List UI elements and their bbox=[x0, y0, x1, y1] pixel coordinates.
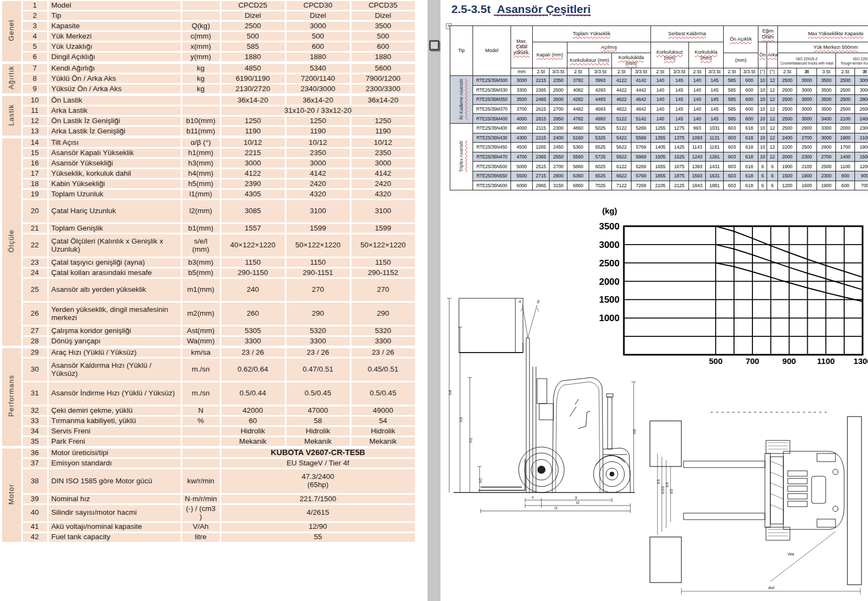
mast-value-cell: 5569 bbox=[631, 133, 651, 143]
mast-model-cell: RTE25/35M350 bbox=[473, 95, 511, 105]
mast-value-cell: 2500 bbox=[836, 95, 855, 105]
mast-value-cell: 6 bbox=[767, 171, 778, 181]
mast-value-cell: 2615 bbox=[533, 104, 550, 114]
spec-cell: Çatal Ölçüleri (Kalınlık x Genişlik x Uz… bbox=[48, 234, 181, 258]
spec-cell: Asansör Kaldırma Hızı (Yüklü / Yüksüz) bbox=[48, 358, 181, 382]
spec-cell: Fuel tank capacity bbox=[48, 532, 181, 542]
mast-value-cell: 1143 bbox=[689, 143, 706, 152]
mast-value-cell: 12 bbox=[767, 85, 778, 95]
unit-cell: 2.5t bbox=[567, 68, 589, 76]
mast-value-cell: 4860 bbox=[567, 123, 589, 133]
spec-cell: 1190 bbox=[350, 126, 416, 137]
spec-cell: (-) / (cm3 ) bbox=[181, 504, 220, 522]
mast-value-cell: 5122 bbox=[612, 123, 631, 133]
spec-row: 17Yükseklik, korkuluk dahilh4(mm)4122414… bbox=[2, 169, 416, 179]
spec-cell: 13 bbox=[22, 126, 48, 137]
mast-value-cell: 2700 bbox=[797, 133, 817, 143]
mast-value-cell: 2500 bbox=[836, 76, 855, 86]
spec-row: 22Çatal Ölçüleri (Kalınlık x Genişlik x … bbox=[2, 234, 416, 258]
spec-cell bbox=[181, 458, 220, 469]
mast-value-cell: 140 bbox=[689, 114, 706, 124]
mast-value-cell: 5000 bbox=[511, 162, 533, 171]
spec-cell: 47000 bbox=[285, 406, 350, 416]
splitter-handle-icon[interactable] bbox=[429, 40, 439, 50]
mast-value-cell: 5560 bbox=[567, 152, 589, 162]
mast-value-cell: 145 bbox=[670, 104, 689, 114]
spec-row: 19Toplam Uzunlukl1(mm)430543204320 bbox=[2, 189, 416, 200]
spec-cell: 50×122×1220 bbox=[350, 234, 416, 258]
spec-cell: N bbox=[181, 406, 220, 416]
mast-value-cell: 585 bbox=[724, 76, 741, 86]
mast-value-cell: 2450 bbox=[550, 143, 567, 152]
mast-value-cell: 700 bbox=[855, 181, 868, 190]
spec-cell: 3300 bbox=[220, 336, 285, 347]
mast-model-cell: RTE25/35N500 bbox=[473, 162, 511, 171]
mast-value-cell: 3000 bbox=[817, 133, 836, 143]
spec-cell: 24 bbox=[22, 268, 48, 278]
mast-value-cell: 1875 bbox=[670, 171, 689, 181]
spec-cell: α/β (°) bbox=[181, 138, 220, 148]
mast-value-cell: 3700 bbox=[511, 104, 533, 114]
mast-value-cell: 3500 bbox=[511, 95, 533, 105]
mast-value-cell: 6000 bbox=[511, 181, 533, 190]
spec-cell: 10 bbox=[22, 96, 48, 106]
svg-text:b1: b1 bbox=[656, 479, 661, 484]
mast-value-cell: 585 bbox=[724, 95, 741, 105]
spec-cell: 3000 bbox=[220, 158, 285, 169]
dimension-lines bbox=[658, 453, 860, 594]
mast-value-cell: 2400 bbox=[778, 133, 797, 143]
spec-cell: 500 bbox=[220, 31, 285, 42]
mast-value-cell: 2800 bbox=[855, 95, 868, 105]
spec-cell: 270 bbox=[285, 278, 350, 302]
mast-value-cell: 1500 bbox=[855, 152, 868, 162]
spec-cell: 37 bbox=[22, 458, 48, 469]
spec-cell: 600 bbox=[350, 42, 416, 52]
pallets bbox=[650, 421, 681, 583]
spec-cell: 0.5/0.45 bbox=[285, 382, 350, 406]
mast-value-cell: 1031 bbox=[706, 123, 724, 133]
mast-value-cell: 1200 bbox=[855, 162, 868, 171]
mast-value-cell: 2365 bbox=[533, 152, 550, 162]
unit-cell: 3t bbox=[855, 68, 868, 76]
mast-value-cell: 993 bbox=[689, 123, 706, 133]
mast-value-cell: 5025 bbox=[589, 123, 612, 133]
col-acilmis: Açılmış bbox=[567, 42, 651, 53]
page-splitter[interactable] bbox=[427, 0, 441, 601]
svg-text:l1: l1 bbox=[554, 506, 558, 510]
mast-value-cell: 1131 bbox=[706, 133, 724, 143]
spec-cell: Araç Hızı (Yüklü / Yüksüz) bbox=[48, 348, 181, 358]
document-viewer: Genel1ModelCPCD25CPCD30CPCD352TipDizelDi… bbox=[0, 0, 868, 601]
mast-value-cell: 2700 bbox=[550, 104, 567, 114]
unit-cell: 3t bbox=[797, 68, 817, 76]
spec-cell: 15 bbox=[22, 148, 48, 158]
spec-category-label: Performans bbox=[2, 348, 22, 447]
col-egim: Eğim Oranı bbox=[758, 26, 778, 42]
mast-value-cell: 800 bbox=[836, 171, 855, 181]
mast-value-cell: 1431 bbox=[706, 162, 724, 171]
spec-cell: kg bbox=[181, 74, 220, 84]
mast-value-cell: 4842 bbox=[631, 104, 651, 114]
x-tick-label: 900 bbox=[782, 356, 796, 366]
mast-value-cell: 6 bbox=[767, 162, 778, 171]
y-tick-label: 3500 bbox=[599, 221, 620, 232]
mast-value-cell: 2515 bbox=[533, 162, 550, 171]
col-toplam: Toplam Yükseklik bbox=[533, 26, 651, 42]
cab-outline bbox=[552, 378, 603, 493]
mast-value-cell: 12 bbox=[767, 123, 778, 133]
mast-value-cell: 603 bbox=[724, 143, 741, 152]
spec-cell: 47.3/2400(65hp) bbox=[220, 469, 416, 494]
mast-value-cell: 140 bbox=[651, 95, 670, 105]
mast-value-cell: 2900 bbox=[797, 123, 817, 133]
mast-value-cell: 1200 bbox=[778, 181, 797, 190]
spec-row: 31Asansör İndirme Hızı (Yüklü / Yüksüz)m… bbox=[2, 382, 416, 406]
spec-cell: 2 bbox=[22, 11, 48, 21]
spec-cell: 23 bbox=[22, 258, 48, 268]
spec-cell: 12/90 bbox=[220, 522, 416, 532]
spec-cell: 1250 bbox=[220, 116, 285, 126]
mast-value-cell: 600 bbox=[741, 114, 758, 124]
mast-value-cell: 4422 bbox=[612, 85, 631, 95]
spec-row: 6Dingil Açıklığıy(mm)188018801880 bbox=[2, 52, 416, 62]
dimension-labels: b1 b10 b3 b5 Ast Wa bbox=[656, 479, 794, 590]
mast-value-cell: 2500 bbox=[778, 114, 797, 124]
spec-cell: 0.47/0.51 bbox=[285, 358, 350, 382]
